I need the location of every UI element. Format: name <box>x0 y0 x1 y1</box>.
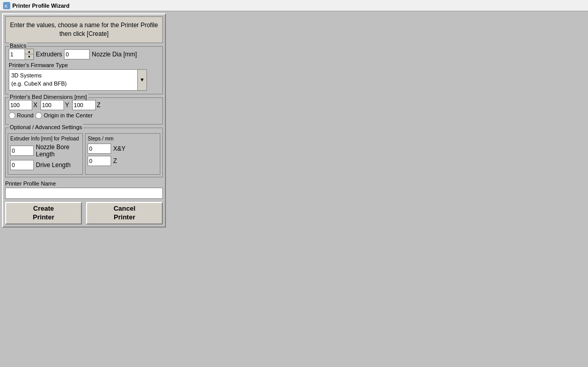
steps-title: Steps / mm <box>88 136 158 141</box>
two-col: Extruder Info [mm] for Preload Nozzle Bo… <box>8 133 160 175</box>
z-steps-input[interactable] <box>88 156 111 166</box>
bed-dimensions-group: Printer's Bed Dimensions [mm] X Y Z <box>5 97 163 125</box>
svg-text:K: K <box>5 4 8 8</box>
xy-steps-label: X&Y <box>113 145 125 152</box>
dialog-panel: Enter the values, choose a name for the … <box>2 13 166 228</box>
z-value-input[interactable] <box>72 100 96 110</box>
profile-name-label: Printer Profile Name <box>5 180 163 187</box>
nozzle-dia-input[interactable] <box>64 49 90 59</box>
origin-label: Origin in the Center <box>44 112 92 118</box>
title-bar-text: Printer Profile Wizard <box>12 3 70 9</box>
cancel-line2: Printer <box>114 213 135 221</box>
x-value-input[interactable] <box>9 100 32 110</box>
dropdown-arrow-icon[interactable]: ▼ <box>137 70 146 90</box>
spinner-buttons: ▲ ▼ <box>25 49 33 59</box>
round-radio[interactable] <box>9 112 15 119</box>
nozzle-bore-row: Nozzle Bore Length <box>10 144 80 158</box>
create-line1: Create <box>33 205 54 212</box>
nozzle-bore-input[interactable] <box>10 146 34 156</box>
x-label: X <box>33 101 37 109</box>
xy-steps-row: X&Y <box>88 144 158 154</box>
title-bar: K Printer Profile Wizard <box>0 0 588 11</box>
bed-dims-row: X Y Z <box>9 100 159 110</box>
shape-row: Round Origin in the Center <box>9 112 159 119</box>
origin-radio-label[interactable]: Origin in the Center <box>35 112 92 119</box>
app-icon: K <box>3 2 10 9</box>
cancel-line1: Cancel <box>114 205 136 212</box>
optional-group: Optional / Advanced Settings Extruder In… <box>5 128 163 177</box>
y-value-input[interactable] <box>40 100 64 110</box>
z-dim-group: Z <box>72 100 100 110</box>
extruders-value[interactable] <box>9 49 25 59</box>
drive-length-row: Drive Length <box>10 160 80 170</box>
steps-box: Steps / mm X&Y Z <box>85 133 160 175</box>
buttons-row: Create Printer Cancel Printer <box>5 202 163 225</box>
z-steps-label: Z <box>113 157 117 165</box>
drive-length-input[interactable] <box>10 160 34 170</box>
basics-group: Basics ▲ ▼ Extruders Nozzle Dia [mm] Pri… <box>5 46 163 94</box>
origin-radio[interactable] <box>35 112 42 119</box>
firmware-selected: 3D Systems(e.g. CubeX and BFB) <box>9 70 137 90</box>
create-line2: Printer <box>33 213 54 221</box>
xy-steps-input[interactable] <box>88 144 111 154</box>
round-radio-label[interactable]: Round <box>9 112 33 119</box>
info-text: Enter the values, choose a name for the … <box>10 22 158 37</box>
extruders-row: ▲ ▼ Extruders Nozzle Dia [mm] <box>9 49 159 60</box>
extruders-spinner[interactable]: ▲ ▼ <box>9 49 34 60</box>
drive-length-label: Drive Length <box>36 161 71 169</box>
cancel-printer-button[interactable]: Cancel Printer <box>86 202 163 225</box>
spinner-down[interactable]: ▼ <box>25 54 33 59</box>
z-steps-row: Z <box>88 156 158 166</box>
y-label: Y <box>65 101 69 109</box>
bed-dimensions-label: Printer's Bed Dimensions [mm] <box>9 94 88 100</box>
create-printer-button[interactable]: Create Printer <box>5 202 82 225</box>
x-dim-group: X <box>9 100 37 110</box>
firmware-dropdown[interactable]: 3D Systems(e.g. CubeX and BFB) ▼ <box>9 69 147 91</box>
extruder-info-box: Extruder Info [mm] for Preload Nozzle Bo… <box>8 133 83 175</box>
round-label: Round <box>17 112 33 118</box>
optional-label: Optional / Advanced Settings <box>9 124 83 130</box>
firmware-label: Printer's Firmware Type <box>9 62 159 68</box>
main-container: Enter the values, choose a name for the … <box>0 11 588 230</box>
extruders-label: Extruders <box>36 51 62 58</box>
extruder-info-title: Extruder Info [mm] for Preload <box>10 136 80 141</box>
spinner-up[interactable]: ▲ <box>25 49 33 54</box>
y-dim-group: Y <box>40 100 69 110</box>
profile-name-section: Printer Profile Name <box>5 180 163 199</box>
nozzle-bore-label: Nozzle Bore Length <box>36 144 80 158</box>
info-box: Enter the values, choose a name for the … <box>5 16 163 43</box>
z-label: Z <box>97 101 100 109</box>
optional-content: Extruder Info [mm] for Preload Nozzle Bo… <box>8 133 160 175</box>
profile-name-input[interactable] <box>5 188 163 199</box>
basics-label: Basics <box>9 43 27 49</box>
firmware-row: Printer's Firmware Type 3D Systems(e.g. … <box>9 62 159 91</box>
nozzle-dia-label: Nozzle Dia [mm] <box>92 51 137 58</box>
